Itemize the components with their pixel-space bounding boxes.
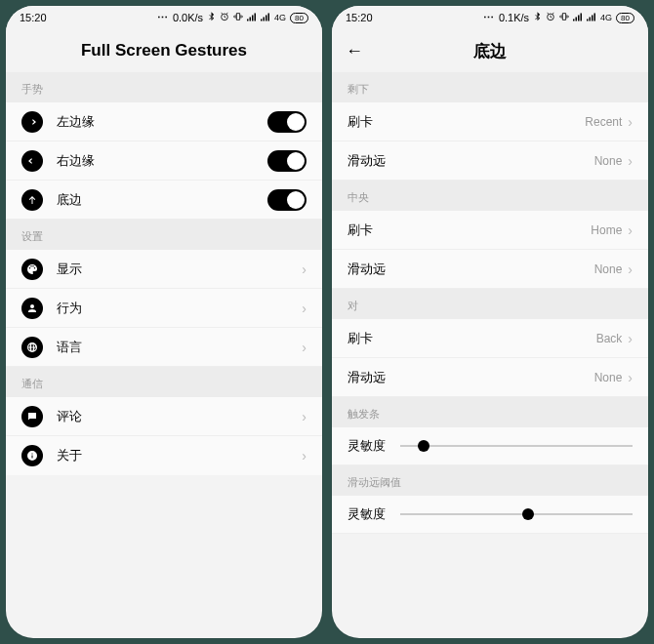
arrow-up-icon [21, 189, 43, 211]
chevron-right-icon: › [628, 153, 633, 169]
person-icon [21, 298, 43, 319]
row-behavior[interactable]: 行为 › [6, 289, 322, 328]
row-value: None [594, 371, 623, 384]
slider-label: 灵敏度 [347, 437, 400, 455]
section-header-settings: 设置 [6, 220, 322, 250]
vibrate-icon [233, 12, 243, 23]
row-display[interactable]: 显示 › [6, 250, 322, 289]
toggle-switch[interactable] [267, 189, 307, 211]
chevron-right-icon: › [302, 448, 307, 463]
row-swipe-far-dui[interactable]: 滑动远 None › [332, 358, 648, 397]
row-label: 刷卡 [347, 113, 585, 131]
slider-row-sensitivity-1: 灵敏度 [332, 427, 648, 465]
net-speed: 0.0K/s [173, 12, 203, 23]
page-title: Full Screen Gestures [81, 41, 247, 60]
row-value: Home [591, 223, 622, 237]
row-value: None [594, 154, 623, 168]
row-swipe-far-zy[interactable]: 滑动远 None › [332, 250, 648, 289]
row-label: 左边缘 [57, 113, 267, 131]
row-label: 刷卡 [347, 330, 596, 347]
chevron-right-icon: › [628, 114, 633, 130]
chat-icon [21, 406, 43, 427]
row-label: 刷卡 [347, 221, 591, 239]
slider-label: 灵敏度 [347, 505, 400, 523]
phone-right: 15:20 ⋯ 0.1K/s 4G 80 ← 底边 剩 [332, 6, 648, 638]
signal-icon-2 [587, 12, 596, 23]
section-header-hdy: 滑动远阈值 [332, 465, 648, 496]
battery-icon: 80 [616, 13, 634, 23]
phone-left: 15:20 ⋯ 0.0K/s 4G 80 Full Screen Gesture… [6, 6, 322, 638]
row-label: 关于 [57, 447, 302, 464]
sensitivity-slider-1[interactable] [400, 438, 633, 454]
row-label: 底边 [57, 191, 267, 209]
row-swipe-sx[interactable]: 刷卡 Recent › [332, 102, 648, 141]
chevron-right-icon: › [628, 370, 633, 385]
toggle-switch[interactable] [267, 111, 307, 133]
signal-icon-2 [261, 12, 270, 23]
slider-thumb [522, 508, 534, 520]
signal-label: 4G [274, 13, 286, 22]
row-value: None [594, 262, 623, 276]
status-time: 15:20 [346, 12, 373, 23]
battery-icon: 80 [290, 13, 308, 23]
section-header-dui: 对 [332, 289, 648, 319]
row-label: 评论 [57, 408, 302, 425]
vibrate-icon [559, 12, 569, 23]
row-label: 显示 [57, 261, 302, 278]
slider-row-sensitivity-2: 灵敏度 [332, 496, 648, 534]
status-bar: 15:20 ⋯ 0.1K/s 4G 80 [332, 6, 648, 29]
chevron-right-icon: › [302, 340, 307, 355]
row-left-edge[interactable]: 左边缘 [6, 102, 322, 141]
info-icon [21, 445, 43, 466]
row-label: 语言 [57, 339, 302, 356]
row-label: 滑动远 [347, 369, 594, 386]
row-value: Back [596, 332, 623, 345]
signal-icon [573, 12, 583, 23]
signal-icon [247, 12, 257, 23]
chevron-right-icon: › [628, 222, 633, 238]
chevron-right-icon: › [628, 331, 633, 346]
chevron-right-icon: › [628, 262, 633, 277]
arrow-left-icon [21, 150, 43, 172]
row-label: 滑动远 [347, 152, 594, 170]
row-value: Recent [585, 115, 622, 129]
arrow-right-icon [21, 111, 43, 133]
row-language[interactable]: 语言 › [6, 328, 322, 367]
section-header-zy: 中央 [332, 181, 648, 211]
bluetooth-icon [207, 12, 216, 24]
globe-icon [21, 337, 43, 358]
row-label: 右边缘 [57, 152, 267, 170]
sensitivity-slider-2[interactable] [400, 506, 633, 522]
row-right-edge[interactable]: 右边缘 [6, 141, 322, 181]
net-speed: 0.1K/s [499, 12, 529, 23]
section-header-gestures: 手势 [6, 72, 322, 102]
more-icon: ⋯ [483, 12, 495, 24]
section-header-comm: 通信 [6, 367, 322, 397]
more-icon: ⋯ [157, 12, 169, 24]
back-button[interactable]: ← [346, 41, 363, 61]
row-swipe-far-sx[interactable]: 滑动远 None › [332, 141, 648, 181]
bluetooth-icon [533, 12, 542, 24]
title-bar: Full Screen Gestures [6, 29, 322, 72]
signal-label: 4G [600, 13, 612, 22]
status-time: 15:20 [20, 12, 47, 23]
row-label: 滑动远 [347, 261, 594, 278]
row-about[interactable]: 关于 › [6, 436, 322, 475]
toggle-switch[interactable] [267, 150, 307, 172]
section-header-cft: 触发条 [332, 397, 648, 427]
slider-thumb [418, 440, 429, 452]
chevron-right-icon: › [302, 409, 307, 424]
row-bottom-edge[interactable]: 底边 [6, 181, 322, 220]
status-bar: 15:20 ⋯ 0.0K/s 4G 80 [6, 6, 322, 29]
chevron-right-icon: › [302, 262, 307, 277]
row-label: 行为 [57, 300, 302, 317]
row-swipe-dui[interactable]: 刷卡 Back › [332, 319, 648, 358]
row-comments[interactable]: 评论 › [6, 397, 322, 436]
title-bar: ← 底边 [332, 29, 648, 72]
chevron-right-icon: › [302, 301, 307, 316]
alarm-icon [220, 12, 229, 23]
row-swipe-zy[interactable]: 刷卡 Home › [332, 211, 648, 250]
alarm-icon [546, 12, 555, 23]
palette-icon [21, 259, 43, 280]
page-title: 底边 [473, 40, 507, 62]
